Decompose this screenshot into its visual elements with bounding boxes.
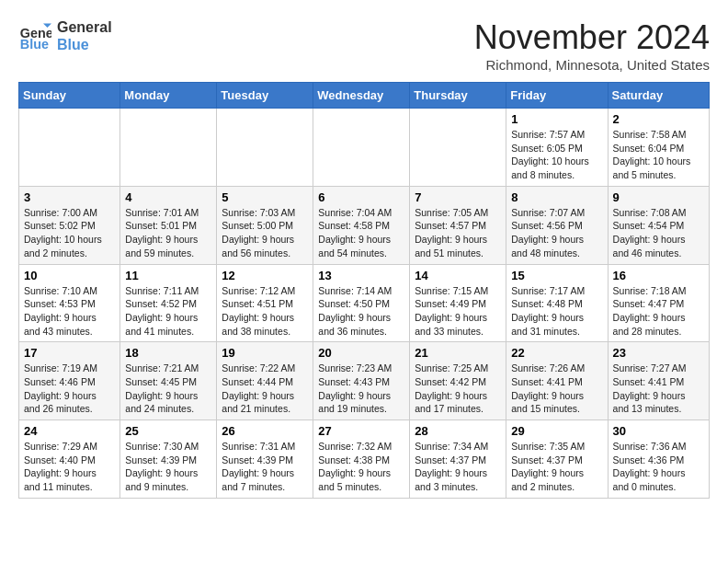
logo: General Blue General Blue <box>18 18 112 53</box>
day-info: Sunrise: 7:00 AM Sunset: 5:02 PM Dayligh… <box>24 206 115 260</box>
day-info: Sunrise: 7:17 AM Sunset: 4:48 PM Dayligh… <box>511 284 602 339</box>
day-info: Sunrise: 7:12 AM Sunset: 4:51 PM Dayligh… <box>222 284 308 339</box>
calendar-cell: 13Sunrise: 7:14 AM Sunset: 4:50 PM Dayli… <box>313 264 410 342</box>
calendar-cell: 18Sunrise: 7:21 AM Sunset: 4:45 PM Dayli… <box>120 342 217 420</box>
calendar-cell: 8Sunrise: 7:07 AM Sunset: 4:56 PM Daylig… <box>506 186 608 264</box>
day-number: 19 <box>222 346 308 360</box>
day-number: 12 <box>222 269 308 282</box>
calendar-week-row: 17Sunrise: 7:19 AM Sunset: 4:46 PM Dayli… <box>19 342 710 420</box>
calendar-cell: 24Sunrise: 7:29 AM Sunset: 4:40 PM Dayli… <box>19 420 120 499</box>
day-number: 3 <box>24 190 115 204</box>
day-number: 21 <box>415 346 501 360</box>
day-info: Sunrise: 7:05 AM Sunset: 4:57 PM Dayligh… <box>415 206 501 260</box>
calendar-cell: 5Sunrise: 7:03 AM Sunset: 5:00 PM Daylig… <box>217 186 313 264</box>
day-number: 9 <box>613 190 704 204</box>
day-number: 22 <box>511 346 602 360</box>
day-number: 27 <box>318 424 404 438</box>
weekday-header-cell: Thursday <box>410 83 506 109</box>
calendar-body: 1Sunrise: 7:57 AM Sunset: 6:05 PM Daylig… <box>19 109 710 499</box>
day-number: 11 <box>125 269 211 282</box>
day-info: Sunrise: 7:27 AM Sunset: 4:41 PM Dayligh… <box>613 362 704 416</box>
day-number: 15 <box>511 269 602 282</box>
day-info: Sunrise: 7:29 AM Sunset: 4:40 PM Dayligh… <box>24 440 115 494</box>
day-number: 26 <box>222 424 308 438</box>
day-number: 28 <box>415 424 501 438</box>
day-info: Sunrise: 7:01 AM Sunset: 5:01 PM Dayligh… <box>125 206 211 260</box>
day-number: 20 <box>318 346 404 360</box>
day-number: 16 <box>613 269 704 282</box>
calendar-cell: 19Sunrise: 7:22 AM Sunset: 4:44 PM Dayli… <box>217 342 313 420</box>
calendar-week-row: 24Sunrise: 7:29 AM Sunset: 4:40 PM Dayli… <box>19 420 710 499</box>
calendar-week-row: 1Sunrise: 7:57 AM Sunset: 6:05 PM Daylig… <box>19 109 710 187</box>
calendar-week-row: 10Sunrise: 7:10 AM Sunset: 4:53 PM Dayli… <box>19 264 710 342</box>
calendar-cell: 16Sunrise: 7:18 AM Sunset: 4:47 PM Dayli… <box>608 264 709 342</box>
calendar-cell: 21Sunrise: 7:25 AM Sunset: 4:42 PM Dayli… <box>410 342 506 420</box>
day-number: 13 <box>318 269 404 282</box>
day-info: Sunrise: 7:36 AM Sunset: 4:36 PM Dayligh… <box>613 440 704 494</box>
calendar-cell: 7Sunrise: 7:05 AM Sunset: 4:57 PM Daylig… <box>410 186 506 264</box>
weekday-header-cell: Sunday <box>19 83 120 109</box>
day-number: 4 <box>125 190 211 204</box>
day-info: Sunrise: 7:32 AM Sunset: 4:38 PM Dayligh… <box>318 440 404 494</box>
month-title: November 2024 <box>474 18 710 57</box>
calendar-cell: 12Sunrise: 7:12 AM Sunset: 4:51 PM Dayli… <box>217 264 313 342</box>
calendar-table: SundayMondayTuesdayWednesdayThursdayFrid… <box>18 82 710 499</box>
day-number: 29 <box>511 424 602 438</box>
calendar-cell: 4Sunrise: 7:01 AM Sunset: 5:01 PM Daylig… <box>120 186 217 264</box>
calendar-cell: 14Sunrise: 7:15 AM Sunset: 4:49 PM Dayli… <box>410 264 506 342</box>
weekday-header-row: SundayMondayTuesdayWednesdayThursdayFrid… <box>19 83 710 109</box>
day-info: Sunrise: 7:03 AM Sunset: 5:00 PM Dayligh… <box>222 206 308 260</box>
day-number: 30 <box>613 424 704 438</box>
day-number: 10 <box>24 269 115 282</box>
day-info: Sunrise: 7:18 AM Sunset: 4:47 PM Dayligh… <box>613 284 704 339</box>
calendar-cell: 15Sunrise: 7:17 AM Sunset: 4:48 PM Dayli… <box>506 264 608 342</box>
weekday-header-cell: Tuesday <box>217 83 313 109</box>
logo-line1: General <box>57 18 112 36</box>
day-info: Sunrise: 7:07 AM Sunset: 4:56 PM Dayligh… <box>511 206 602 260</box>
day-info: Sunrise: 7:19 AM Sunset: 4:46 PM Dayligh… <box>24 362 115 416</box>
calendar-cell: 25Sunrise: 7:30 AM Sunset: 4:39 PM Dayli… <box>120 420 217 499</box>
calendar-cell: 26Sunrise: 7:31 AM Sunset: 4:39 PM Dayli… <box>217 420 313 499</box>
weekday-header-cell: Wednesday <box>313 83 410 109</box>
day-number: 5 <box>222 190 308 204</box>
day-info: Sunrise: 7:15 AM Sunset: 4:49 PM Dayligh… <box>415 284 501 339</box>
day-number: 25 <box>125 424 211 438</box>
day-info: Sunrise: 7:21 AM Sunset: 4:45 PM Dayligh… <box>125 362 211 416</box>
calendar-cell <box>313 109 410 187</box>
day-number: 8 <box>511 190 602 204</box>
day-number: 14 <box>415 269 501 282</box>
day-info: Sunrise: 7:22 AM Sunset: 4:44 PM Dayligh… <box>222 362 308 416</box>
calendar-cell: 11Sunrise: 7:11 AM Sunset: 4:52 PM Dayli… <box>120 264 217 342</box>
weekday-header-cell: Monday <box>120 83 217 109</box>
day-info: Sunrise: 7:08 AM Sunset: 4:54 PM Dayligh… <box>613 206 704 260</box>
calendar-cell: 1Sunrise: 7:57 AM Sunset: 6:05 PM Daylig… <box>506 109 608 187</box>
day-info: Sunrise: 7:58 AM Sunset: 6:04 PM Dayligh… <box>613 128 704 182</box>
logo-line2: Blue <box>57 36 112 53</box>
day-info: Sunrise: 7:31 AM Sunset: 4:39 PM Dayligh… <box>222 440 308 494</box>
day-info: Sunrise: 7:35 AM Sunset: 4:37 PM Dayligh… <box>511 440 602 494</box>
day-info: Sunrise: 7:14 AM Sunset: 4:50 PM Dayligh… <box>318 284 404 339</box>
weekday-header-cell: Friday <box>506 83 608 109</box>
calendar-cell: 17Sunrise: 7:19 AM Sunset: 4:46 PM Dayli… <box>19 342 120 420</box>
day-number: 17 <box>24 346 115 360</box>
weekday-header-cell: Saturday <box>608 83 709 109</box>
day-info: Sunrise: 7:11 AM Sunset: 4:52 PM Dayligh… <box>125 284 211 339</box>
calendar-cell: 23Sunrise: 7:27 AM Sunset: 4:41 PM Dayli… <box>608 342 709 420</box>
day-info: Sunrise: 7:34 AM Sunset: 4:37 PM Dayligh… <box>415 440 501 494</box>
day-number: 7 <box>415 190 501 204</box>
calendar-cell: 30Sunrise: 7:36 AM Sunset: 4:36 PM Dayli… <box>608 420 709 499</box>
calendar-cell: 20Sunrise: 7:23 AM Sunset: 4:43 PM Dayli… <box>313 342 410 420</box>
calendar-cell <box>217 109 313 187</box>
location-title: Richmond, Minnesota, United States <box>474 57 710 73</box>
calendar-week-row: 3Sunrise: 7:00 AM Sunset: 5:02 PM Daylig… <box>19 186 710 264</box>
day-info: Sunrise: 7:57 AM Sunset: 6:05 PM Dayligh… <box>511 128 602 182</box>
logo-icon: General Blue <box>18 19 51 52</box>
day-number: 2 <box>613 112 704 126</box>
day-number: 1 <box>511 112 602 126</box>
calendar-cell: 28Sunrise: 7:34 AM Sunset: 4:37 PM Dayli… <box>410 420 506 499</box>
calendar-cell: 9Sunrise: 7:08 AM Sunset: 4:54 PM Daylig… <box>608 186 709 264</box>
page-header: General Blue General Blue November 2024 … <box>18 18 710 73</box>
day-number: 24 <box>24 424 115 438</box>
day-number: 23 <box>613 346 704 360</box>
day-info: Sunrise: 7:26 AM Sunset: 4:41 PM Dayligh… <box>511 362 602 416</box>
